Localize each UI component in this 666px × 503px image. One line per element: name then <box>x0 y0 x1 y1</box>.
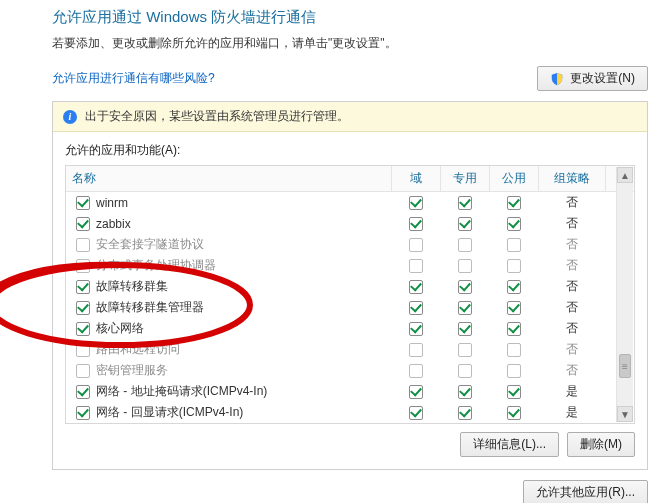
app-name: 网络 - 回显请求(ICMPv4-In) <box>96 404 243 421</box>
checkbox[interactable] <box>507 343 521 357</box>
table-row[interactable]: 故障转移群集管理器否 <box>66 297 634 318</box>
checkbox[interactable] <box>507 364 521 378</box>
group-policy-value: 否 <box>566 195 578 209</box>
table-row[interactable]: 安全套接字隧道协议否 <box>66 234 634 255</box>
change-settings-label: 更改设置(N) <box>570 70 635 87</box>
app-name: 网络 - 地址掩码请求(ICMPv4-In) <box>96 383 267 400</box>
checkbox[interactable] <box>409 259 423 273</box>
checkbox[interactable] <box>507 280 521 294</box>
checkbox[interactable] <box>76 406 90 420</box>
table-row[interactable]: zabbix否 <box>66 213 634 234</box>
table-row[interactable]: 网络 - 地址掩码请求(ICMPv4-In)是 <box>66 381 634 402</box>
main-panel: i 出于安全原因，某些设置由系统管理员进行管理。 允许的应用和功能(A): 名称… <box>52 101 648 470</box>
app-name: 分布式事务处理协调器 <box>96 257 216 274</box>
table-row[interactable]: 路由和远程访问否 <box>66 339 634 360</box>
checkbox[interactable] <box>458 385 472 399</box>
remove-button[interactable]: 删除(M) <box>567 432 635 457</box>
table-row[interactable]: 故障转移群集否 <box>66 276 634 297</box>
checkbox[interactable] <box>76 280 90 294</box>
checkbox[interactable] <box>507 301 521 315</box>
checkbox[interactable] <box>507 196 521 210</box>
allow-other-app-button[interactable]: 允许其他应用(R)... <box>523 480 648 503</box>
checkbox[interactable] <box>507 217 521 231</box>
app-name: 安全套接字隧道协议 <box>96 236 204 253</box>
app-name: zabbix <box>96 217 131 231</box>
vertical-scrollbar[interactable]: ▲ ▼ <box>616 167 633 422</box>
checkbox[interactable] <box>76 364 90 378</box>
group-policy-value: 否 <box>566 216 578 230</box>
checkbox[interactable] <box>507 406 521 420</box>
checkbox[interactable] <box>76 196 90 210</box>
checkbox[interactable] <box>76 322 90 336</box>
checkbox[interactable] <box>507 259 521 273</box>
apps-grid: 名称 域 专用 公用 组策略 winrm否zabbix否安全套接字隧道协议否分布… <box>65 165 635 424</box>
notice-bar: i 出于安全原因，某些设置由系统管理员进行管理。 <box>53 102 647 132</box>
col-domain[interactable]: 域 <box>392 166 441 192</box>
checkbox[interactable] <box>458 322 472 336</box>
app-name: 故障转移群集 <box>96 278 168 295</box>
scroll-up-button[interactable]: ▲ <box>617 167 633 183</box>
checkbox[interactable] <box>409 322 423 336</box>
shield-icon <box>550 72 564 86</box>
risk-link[interactable]: 允许应用进行通信有哪些风险? <box>52 70 215 87</box>
checkbox[interactable] <box>76 259 90 273</box>
checkbox[interactable] <box>458 238 472 252</box>
checkbox[interactable] <box>76 343 90 357</box>
checkbox[interactable] <box>458 280 472 294</box>
table-row[interactable]: 密钥管理服务否 <box>66 360 634 381</box>
group-policy-value: 是 <box>566 405 578 419</box>
checkbox[interactable] <box>458 343 472 357</box>
checkbox[interactable] <box>409 217 423 231</box>
group-policy-value: 否 <box>566 237 578 251</box>
group-policy-value: 否 <box>566 321 578 335</box>
checkbox[interactable] <box>409 406 423 420</box>
scroll-track[interactable] <box>617 184 633 405</box>
section-label: 允许的应用和功能(A): <box>65 142 635 159</box>
checkbox[interactable] <box>409 301 423 315</box>
checkbox[interactable] <box>458 301 472 315</box>
grid-header-row: 名称 域 专用 公用 组策略 <box>66 166 634 192</box>
table-row[interactable]: 核心网络否 <box>66 318 634 339</box>
checkbox[interactable] <box>458 406 472 420</box>
checkbox[interactable] <box>76 217 90 231</box>
checkbox[interactable] <box>409 280 423 294</box>
scroll-down-button[interactable]: ▼ <box>617 406 633 422</box>
checkbox[interactable] <box>76 385 90 399</box>
app-name: 核心网络 <box>96 320 144 337</box>
checkbox[interactable] <box>458 364 472 378</box>
app-name: winrm <box>96 196 128 210</box>
notice-text: 出于安全原因，某些设置由系统管理员进行管理。 <box>85 108 349 125</box>
change-settings-button[interactable]: 更改设置(N) <box>537 66 648 91</box>
checkbox[interactable] <box>458 217 472 231</box>
col-group-policy[interactable]: 组策略 <box>539 166 606 192</box>
table-row[interactable]: 分布式事务处理协调器否 <box>66 255 634 276</box>
checkbox[interactable] <box>409 385 423 399</box>
page-subtitle: 若要添加、更改或删除所允许的应用和端口，请单击"更改设置"。 <box>52 35 648 52</box>
details-button[interactable]: 详细信息(L)... <box>460 432 559 457</box>
checkbox[interactable] <box>507 385 521 399</box>
col-name[interactable]: 名称 <box>66 166 392 192</box>
scroll-thumb[interactable] <box>619 354 631 378</box>
checkbox[interactable] <box>409 238 423 252</box>
table-row[interactable]: 网络 - 回显请求(ICMPv4-In)是 <box>66 402 634 423</box>
group-policy-value: 否 <box>566 300 578 314</box>
checkbox[interactable] <box>458 259 472 273</box>
checkbox[interactable] <box>76 301 90 315</box>
col-public[interactable]: 公用 <box>490 166 539 192</box>
group-policy-value: 否 <box>566 258 578 272</box>
app-name: 密钥管理服务 <box>96 362 168 379</box>
checkbox[interactable] <box>507 238 521 252</box>
page-title: 允许应用通过 Windows 防火墙进行通信 <box>52 8 648 27</box>
info-icon: i <box>63 110 77 124</box>
checkbox[interactable] <box>458 196 472 210</box>
checkbox[interactable] <box>507 322 521 336</box>
checkbox[interactable] <box>409 343 423 357</box>
app-name: 故障转移群集管理器 <box>96 299 204 316</box>
app-name: 路由和远程访问 <box>96 341 180 358</box>
group-policy-value: 否 <box>566 342 578 356</box>
checkbox[interactable] <box>76 238 90 252</box>
checkbox[interactable] <box>409 364 423 378</box>
checkbox[interactable] <box>409 196 423 210</box>
table-row[interactable]: winrm否 <box>66 192 634 214</box>
col-private[interactable]: 专用 <box>441 166 490 192</box>
